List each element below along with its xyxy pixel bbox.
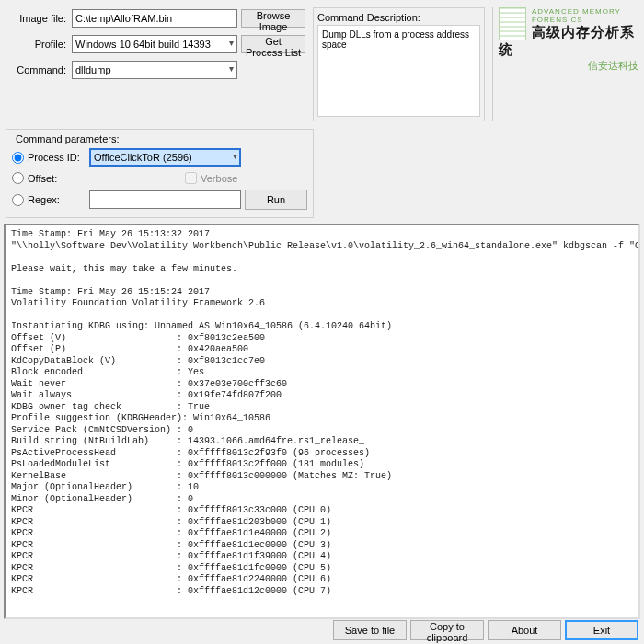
output-console[interactable]: Time Stamp: Fri May 26 15:13:32 2017 "\\…: [4, 224, 640, 619]
run-button[interactable]: Run: [245, 190, 307, 210]
command-description-header: Command Description:: [317, 12, 480, 23]
command-parameters-legend: Command parameters:: [12, 133, 123, 144]
command-description-panel: Command Description: Dump DLLs from a pr…: [313, 7, 485, 121]
exit-button[interactable]: Exit: [565, 620, 638, 640]
process-id-select[interactable]: [89, 148, 241, 167]
about-button[interactable]: About: [488, 620, 561, 640]
profile-select[interactable]: [72, 35, 237, 53]
regex-radio-input[interactable]: [12, 194, 24, 206]
browse-image-button[interactable]: Browse Image: [241, 9, 305, 28]
copy-to-clipboard-button[interactable]: Copy to clipboard: [410, 620, 484, 640]
image-file-label: Image file:: [6, 13, 68, 24]
profile-label: Profile:: [6, 39, 68, 50]
regex-radio[interactable]: Regex:: [12, 194, 86, 206]
image-file-input[interactable]: [72, 9, 237, 28]
verbose-label: Verbose: [201, 173, 237, 184]
command-label: Command:: [6, 64, 68, 75]
regex-input[interactable]: [89, 190, 241, 209]
save-to-file-button[interactable]: Save to file: [333, 620, 407, 640]
offset-label: Offset:: [28, 173, 57, 184]
process-id-label: Process ID:: [28, 152, 80, 163]
brand-panel: ADVANCED MEMORY FORENSICS 高级内存分析系统 信安达科技: [492, 7, 638, 121]
process-id-radio[interactable]: Process ID:: [12, 152, 86, 164]
brand-company: 信安达科技: [499, 59, 638, 73]
process-id-radio-input[interactable]: [12, 152, 24, 164]
command-parameters-group: Command parameters: Process ID: Offset: …: [6, 129, 314, 218]
regex-label: Regex:: [28, 194, 60, 205]
offset-radio-input[interactable]: [12, 172, 24, 184]
command-description-text: Dump DLLs from a process address space: [317, 25, 480, 117]
command-select[interactable]: [72, 61, 237, 79]
verbose-checkbox: [185, 172, 197, 184]
offset-radio[interactable]: Offset:: [12, 172, 86, 184]
get-process-list-button[interactable]: Get Process List: [241, 35, 305, 53]
footer-buttons: Save to file Copy to clipboard About Exi…: [333, 620, 638, 640]
